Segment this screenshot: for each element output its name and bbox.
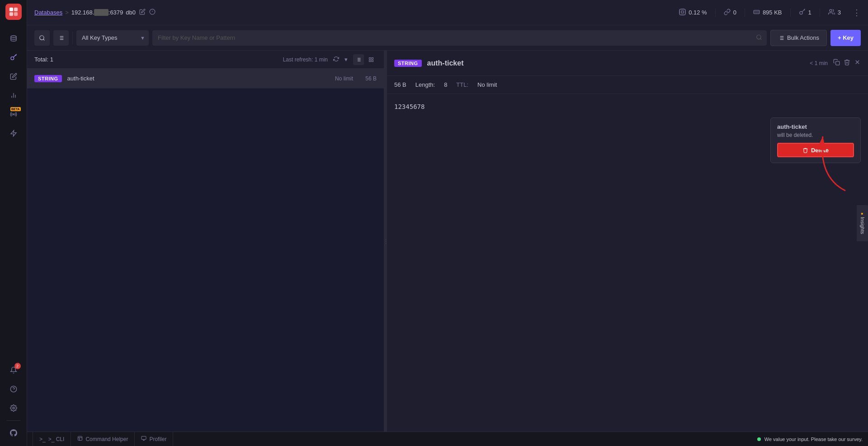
memory-value: 895 KB: [763, 9, 782, 16]
cli-label: >_ CLI: [48, 436, 65, 442]
refresh-dropdown-button[interactable]: ▾: [344, 56, 348, 63]
sidebar-item-github[interactable]: [5, 425, 22, 441]
svg-point-41: [830, 9, 832, 11]
breadcrumb-ip: 192.168.■■■■:6379: [71, 9, 123, 16]
svg-point-42: [40, 35, 44, 39]
svg-point-4: [11, 36, 16, 38]
delete-popup-title: auth-ticket: [777, 123, 854, 130]
topbar-stats: 0.12 % 0 89: [671, 9, 849, 17]
copy-key-button[interactable]: [833, 59, 840, 67]
key-stat-icon: [799, 9, 806, 17]
insights-label: Insights: [860, 217, 865, 234]
svg-rect-64: [369, 57, 371, 59]
insights-tab[interactable]: ● Insights: [857, 205, 868, 241]
svg-rect-72: [78, 437, 82, 441]
ttl-value: No limit: [477, 81, 497, 88]
list-view-button[interactable]: [353, 54, 364, 65]
app-logo[interactable]: [5, 4, 22, 20]
key-list-panel: Total: 1 Last refresh: 1 min ▾: [27, 51, 384, 432]
sidebar-item-rdi[interactable]: [5, 125, 22, 141]
stat-connections: 0: [716, 9, 745, 17]
key-value: 12345678: [394, 103, 425, 110]
svg-rect-19: [679, 9, 685, 15]
breadcrumb-db: db0: [126, 9, 136, 16]
close-detail-button[interactable]: [854, 59, 861, 67]
svg-rect-66: [372, 60, 373, 62]
command-helper-icon: [77, 436, 83, 442]
stat-clients: 3: [820, 9, 849, 17]
filter-input[interactable]: [152, 30, 767, 46]
length-value: 8: [444, 81, 447, 88]
table-row[interactable]: STRING auth-ticket No limit 56 B: [27, 69, 384, 89]
sidebar-item-keys[interactable]: [5, 49, 22, 66]
bulk-actions-label: Bulk Actions: [787, 34, 819, 41]
search-icon: [756, 34, 762, 42]
command-helper-tab[interactable]: Command Helper: [71, 432, 135, 446]
bulk-actions-button[interactable]: Bulk Actions: [770, 30, 827, 46]
svg-line-51: [760, 38, 762, 40]
svg-point-38: [799, 11, 802, 14]
edit-connection-button[interactable]: [139, 9, 146, 16]
key-list-body: STRING auth-ticket No limit 56 B: [27, 69, 384, 432]
list-icon-button[interactable]: [53, 30, 69, 46]
key-ttl: No limit: [335, 75, 353, 82]
profiler-icon: [141, 436, 146, 442]
overflow-menu-button[interactable]: ⋮: [853, 8, 861, 18]
svg-rect-20: [681, 11, 684, 13]
insights-icon: ●: [860, 212, 865, 215]
sidebar-item-help[interactable]: [5, 381, 22, 397]
sidebar-item-database[interactable]: [5, 30, 22, 47]
notification-badge: 2: [14, 363, 21, 369]
key-size: 56 B: [359, 75, 377, 82]
add-key-button[interactable]: + Key: [830, 30, 861, 46]
scan-icon-button[interactable]: [34, 30, 50, 46]
svg-rect-75: [142, 437, 146, 440]
confirm-delete-label: Delete: [811, 147, 829, 154]
confirm-delete-button[interactable]: Delete: [777, 143, 854, 157]
clients-icon: [828, 9, 835, 17]
svg-rect-2: [9, 12, 13, 16]
total-count: Total: 1: [34, 56, 53, 63]
svg-rect-67: [369, 60, 371, 62]
toolbar: All Key Types String Hash List Set ZSet …: [27, 25, 868, 51]
keys-value: 1: [808, 9, 811, 16]
key-meta-bar: 56 B Length: 8 TTL: No limit: [387, 76, 868, 94]
detail-key-name: auth-ticket: [427, 59, 464, 67]
cli-tab[interactable]: >_ >_ CLI: [33, 432, 71, 446]
sidebar: 2: [0, 0, 27, 446]
delete-popup-message: will be deleted.: [777, 132, 854, 138]
stat-memory: 895 KB: [745, 9, 791, 17]
key-type-selector[interactable]: All Key Types String Hash List Set ZSet …: [76, 30, 149, 46]
detail-last-refresh: < 1 min: [810, 60, 828, 66]
command-helper-label: Command Helper: [85, 436, 128, 442]
key-size-value: 56 B: [394, 81, 406, 88]
cli-icon: >_: [39, 436, 46, 442]
key-type-select[interactable]: All Key Types String Hash List Set ZSet: [76, 30, 149, 46]
sidebar-item-settings[interactable]: [5, 400, 22, 416]
key-value-area: 12345678: [387, 94, 868, 119]
profiler-tab[interactable]: Profiler: [135, 432, 173, 446]
sidebar-item-workbench[interactable]: [5, 68, 22, 85]
refresh-button[interactable]: [333, 56, 339, 63]
cpu-icon: [679, 9, 686, 17]
svg-line-40: [804, 9, 804, 10]
survey-text: We value your input. Please take our sur…: [764, 437, 863, 442]
info-button[interactable]: [149, 9, 156, 16]
connections-value: 0: [733, 9, 736, 16]
svg-point-5: [11, 57, 14, 60]
key-detail-header: STRING auth-ticket < 1 min: [387, 51, 868, 76]
topbar-icons: [139, 9, 156, 16]
connections-icon: [724, 9, 731, 17]
detail-type-badge: STRING: [394, 60, 422, 67]
sidebar-item-pubsub[interactable]: [5, 106, 22, 122]
memory-icon: [753, 9, 760, 17]
delete-key-button[interactable]: [844, 59, 850, 67]
content-area: Total: 1 Last refresh: 1 min ▾: [27, 51, 868, 432]
tree-view-button[interactable]: [366, 54, 377, 65]
svg-point-50: [757, 35, 761, 39]
sidebar-item-analytics[interactable]: [5, 87, 22, 103]
sidebar-item-notifications[interactable]: 2: [5, 362, 22, 378]
length-label: Length:: [415, 81, 435, 88]
breadcrumb-separator: >: [65, 9, 69, 16]
breadcrumb-databases[interactable]: Databases: [34, 9, 62, 16]
